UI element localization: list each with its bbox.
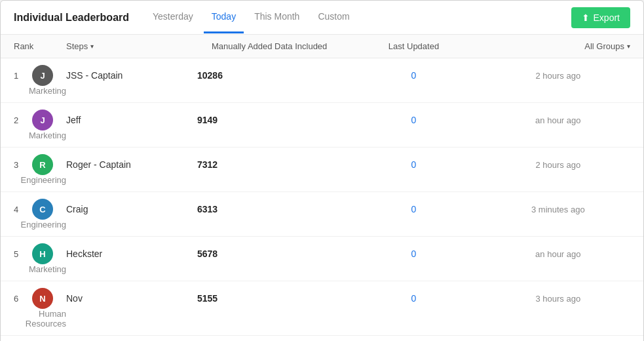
manual-cell: 0 bbox=[341, 293, 485, 304]
tab-this-month[interactable]: This Month bbox=[246, 1, 307, 33]
steps-cell: 10286 bbox=[197, 70, 341, 81]
rank-number: 3 bbox=[14, 160, 24, 170]
avatar: H bbox=[32, 243, 53, 264]
manual-cell: 0 bbox=[341, 249, 485, 259]
avatar: J bbox=[32, 110, 53, 130]
updated-cell: 2 hours ago bbox=[486, 71, 630, 81]
name-cell: Roger - Captain bbox=[66, 159, 197, 170]
col-group[interactable]: All Groups ▾ bbox=[486, 41, 630, 51]
rank-cell: 6N bbox=[14, 288, 66, 309]
avatar: R bbox=[32, 154, 53, 175]
group-cell: Marketing bbox=[14, 130, 66, 140]
updated-cell: 3 minutes ago bbox=[486, 205, 630, 214]
steps-cell: 5678 bbox=[197, 249, 341, 259]
steps-cell: 7312 bbox=[197, 159, 341, 170]
avatar: N bbox=[32, 288, 53, 309]
table-body: 1JJSS - Captain1028602 hours agoMarketin… bbox=[1, 58, 643, 341]
rank-cell: 5H bbox=[14, 243, 66, 264]
col-rank: Rank bbox=[14, 41, 66, 51]
updated-cell: an hour ago bbox=[486, 249, 630, 259]
table-row: 7JJinbo503002 hours agoEngineering bbox=[1, 336, 643, 341]
group-cell: Human Resources bbox=[14, 309, 66, 329]
rank-number: 6 bbox=[14, 294, 24, 304]
name-cell: Craig bbox=[66, 204, 197, 214]
name-cell: Nov bbox=[66, 293, 197, 304]
table-row: 2JJeff91490an hour agoMarketing bbox=[1, 103, 643, 148]
table-row: 3RRoger - Captain731202 hours agoEnginee… bbox=[1, 148, 643, 192]
rank-cell: 1J bbox=[14, 65, 66, 86]
steps-cell: 9149 bbox=[197, 115, 341, 125]
manual-cell: 0 bbox=[341, 159, 485, 170]
col-steps[interactable]: Steps ▾ bbox=[66, 41, 197, 51]
table-row: 6NNov515503 hours agoHuman Resources bbox=[1, 281, 643, 336]
table-container: Rank Steps ▾ Manually Added Data Include… bbox=[1, 35, 643, 341]
updated-cell: 2 hours ago bbox=[486, 160, 630, 170]
table-row: 1JJSS - Captain1028602 hours agoMarketin… bbox=[1, 58, 643, 103]
name-cell: JSS - Captain bbox=[66, 70, 197, 81]
manual-cell: 0 bbox=[341, 204, 485, 214]
rank-cell: 4C bbox=[14, 199, 66, 220]
group-cell: Engineering bbox=[14, 175, 66, 185]
export-label: Export bbox=[594, 12, 620, 23]
export-icon: ⬆ bbox=[582, 12, 590, 23]
name-cell: Jeff bbox=[66, 115, 197, 125]
steps-cell: 6313 bbox=[197, 204, 341, 214]
tabs: YesterdayTodayThis MonthCustom bbox=[145, 1, 571, 33]
name-cell: Heckster bbox=[66, 249, 197, 259]
avatar: J bbox=[32, 65, 53, 86]
rank-cell: 2J bbox=[14, 110, 66, 130]
avatar: C bbox=[32, 199, 53, 220]
updated-cell: an hour ago bbox=[486, 115, 630, 125]
rank-number: 2 bbox=[14, 115, 24, 125]
steps-cell: 5155 bbox=[197, 293, 341, 304]
rank-number: 1 bbox=[14, 71, 24, 81]
group-cell: Engineering bbox=[14, 220, 66, 230]
group-cell: Marketing bbox=[14, 264, 66, 274]
rank-number: 4 bbox=[14, 205, 24, 214]
table-row: 4CCraig631303 minutes agoEngineering bbox=[1, 192, 643, 237]
group-cell: Marketing bbox=[14, 86, 66, 96]
header: Individual Leaderboard YesterdayTodayThi… bbox=[1, 1, 643, 35]
tab-yesterday[interactable]: Yesterday bbox=[145, 1, 201, 33]
page-title: Individual Leaderboard bbox=[14, 12, 129, 24]
table-row: 5HHeckster56780an hour agoMarketing bbox=[1, 237, 643, 281]
export-button[interactable]: ⬆ Export bbox=[571, 7, 630, 28]
leaderboard-window: Individual Leaderboard YesterdayTodayThi… bbox=[0, 0, 644, 341]
tab-custom[interactable]: Custom bbox=[310, 1, 357, 33]
col-updated: Last Updated bbox=[341, 41, 485, 51]
tab-today[interactable]: Today bbox=[204, 1, 244, 33]
manual-cell: 0 bbox=[341, 70, 485, 81]
rank-cell: 3R bbox=[14, 154, 66, 175]
updated-cell: 3 hours ago bbox=[486, 294, 630, 304]
sort-icon: ▾ bbox=[90, 43, 94, 50]
group-dropdown-icon: ▾ bbox=[627, 43, 630, 50]
manual-cell: 0 bbox=[341, 115, 485, 125]
col-manual: Manually Added Data Included bbox=[197, 41, 341, 51]
rank-number: 5 bbox=[14, 249, 24, 259]
table-header: Rank Steps ▾ Manually Added Data Include… bbox=[1, 35, 643, 58]
